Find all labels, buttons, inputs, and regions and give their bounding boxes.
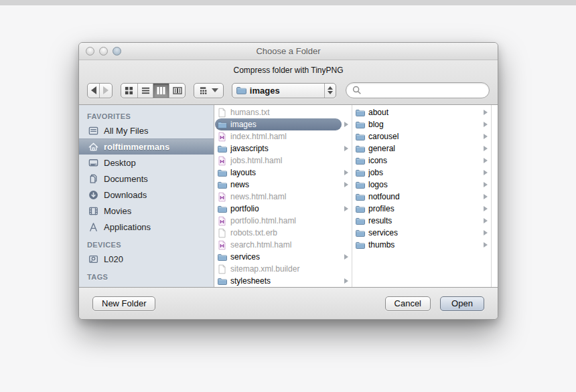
- sidebar-item-label: Movies: [104, 206, 131, 216]
- dropdown-caret-icon: [212, 88, 218, 92]
- folder-item-javascripts[interactable]: javascripts: [214, 142, 352, 155]
- dialog-subtitle: Compress folder with TinyPNG: [87, 66, 490, 75]
- dialog-footer: New Folder Cancel Open: [79, 288, 498, 319]
- movies-icon: [88, 205, 99, 217]
- sidebar-item-label: All My Files: [104, 126, 148, 136]
- forward-button[interactable]: [99, 84, 111, 98]
- view-mode-control: [121, 83, 186, 98]
- list-view-button[interactable]: [137, 84, 153, 98]
- close-button[interactable]: [86, 47, 94, 56]
- file-item-sitemap-xml-builder[interactable]: sitemap.xml.builder: [214, 263, 352, 275]
- window-titlebar: Choose a Folder: [79, 43, 498, 60]
- coverflow-view-button[interactable]: [169, 84, 185, 98]
- minimize-button[interactable]: [99, 47, 108, 56]
- item-name: search.html.haml: [230, 240, 348, 250]
- folder-item-jobs[interactable]: jobs: [352, 167, 491, 179]
- item-name: stylesheets: [230, 276, 342, 286]
- disclosure-arrow-icon: [344, 254, 348, 260]
- sidebar-item-all-my-files[interactable]: All My Files: [79, 122, 214, 138]
- item-name: images: [230, 120, 342, 129]
- disclosure-arrow-icon: [484, 218, 488, 223]
- coverflow-view-icon: [173, 86, 182, 95]
- sidebar-item-documents[interactable]: Documents: [79, 171, 214, 187]
- item-name: blog: [368, 120, 481, 129]
- disclosure-arrow-icon: [344, 122, 348, 127]
- file-item-index-html-haml[interactable]: index.html.haml: [214, 130, 352, 142]
- new-folder-button[interactable]: New Folder: [92, 296, 155, 311]
- folder-icon: [355, 132, 365, 142]
- folder-item-results[interactable]: results: [352, 215, 491, 227]
- column-view-button[interactable]: [153, 84, 169, 98]
- folder-item-icons[interactable]: icons: [352, 155, 491, 167]
- file-item-news-html-haml[interactable]: news.html.haml: [214, 191, 352, 203]
- zoom-button[interactable]: [113, 47, 121, 56]
- list-view-icon: [141, 86, 150, 95]
- choose-folder-dialog: Choose a Folder Compress folder with Tin…: [78, 42, 498, 320]
- folder-item-blog[interactable]: blog: [352, 118, 491, 130]
- sidebar-item-desktop[interactable]: Desktop: [79, 155, 214, 171]
- item-name: humans.txt: [230, 108, 348, 117]
- folder-item-services[interactable]: services: [214, 251, 352, 263]
- folder-item-notfound[interactable]: notfound: [352, 191, 491, 203]
- folder-item-about[interactable]: about: [352, 106, 491, 118]
- sidebar-item-downloads[interactable]: Downloads: [79, 187, 214, 203]
- file-item-humans-txt[interactable]: humans.txt: [214, 106, 352, 118]
- downloads-icon: [88, 189, 99, 201]
- haml-file-icon: [217, 132, 227, 142]
- folder-item-images[interactable]: images: [214, 118, 352, 130]
- item-name: layouts: [230, 168, 342, 177]
- file-item-jobs-html-haml[interactable]: jobs.html.haml: [214, 155, 352, 167]
- icon-view-button[interactable]: [121, 84, 137, 98]
- disk-icon: [88, 254, 99, 265]
- file-item-search-html-haml[interactable]: search.html.haml: [214, 239, 352, 251]
- search-input[interactable]: [365, 86, 483, 96]
- disclosure-arrow-icon: [484, 206, 488, 211]
- current-folder-label: images: [250, 86, 324, 96]
- back-button[interactable]: [88, 84, 99, 98]
- folder-icon: [355, 216, 365, 226]
- current-folder-popup[interactable]: images: [232, 83, 336, 98]
- window-title: Choose a Folder: [256, 46, 320, 56]
- folder-icon: [355, 144, 365, 154]
- folder-item-logos[interactable]: logos: [352, 179, 491, 191]
- sidebar-section-header-tags: TAGS: [79, 267, 214, 283]
- folder-item-carousel[interactable]: carousel: [352, 130, 491, 142]
- nav-buttons: [87, 83, 113, 98]
- folder-item-stylesheets[interactable]: stylesheets: [214, 275, 352, 287]
- file-item-robots-txt-erb[interactable]: robots.txt.erb: [214, 227, 352, 239]
- cancel-button[interactable]: Cancel: [385, 296, 431, 311]
- folder-item-services[interactable]: services: [352, 227, 491, 239]
- sidebar-item-l020[interactable]: L020: [79, 251, 214, 267]
- document-icon: [217, 228, 227, 238]
- sidebar-item-movies[interactable]: Movies: [79, 203, 214, 219]
- folder-icon: [355, 108, 365, 118]
- sidebar-item-rolftimmermans[interactable]: rolftimmermans: [79, 138, 214, 155]
- sidebar-item-label: Downloads: [104, 190, 147, 200]
- disclosure-arrow-icon: [484, 110, 488, 115]
- folder-icon: [217, 120, 227, 130]
- file-item-portfolio-html-haml[interactable]: portfolio.html.haml: [214, 215, 352, 227]
- sidebar-item-applications[interactable]: Applications: [79, 219, 214, 235]
- item-name: icons: [368, 156, 481, 165]
- folder-icon: [236, 85, 246, 96]
- document-icon: [217, 264, 227, 274]
- page-top-strip: [0, 0, 576, 5]
- folder-item-thumbs[interactable]: thumbs: [352, 239, 491, 251]
- disclosure-arrow-icon: [484, 170, 488, 175]
- forward-arrow-icon: [103, 86, 109, 94]
- folder-item-general[interactable]: general: [352, 142, 491, 155]
- folder-icon: [355, 204, 365, 214]
- folder-item-portfolio[interactable]: portfolio: [214, 203, 352, 215]
- home-icon: [88, 141, 99, 153]
- folder-item-layouts[interactable]: layouts: [214, 167, 352, 179]
- sidebar: FAVORITESAll My FilesrolftimmermansDeskt…: [79, 105, 214, 287]
- disclosure-arrow-icon: [484, 134, 488, 139]
- item-name: robots.txt.erb: [230, 228, 348, 237]
- haml-file-icon: [217, 240, 227, 250]
- folder-item-news[interactable]: news: [214, 179, 352, 191]
- haml-file-icon: [217, 192, 227, 202]
- folder-item-profiles[interactable]: profiles: [352, 203, 491, 215]
- open-button[interactable]: Open: [440, 296, 484, 311]
- disclosure-arrow-icon: [344, 170, 348, 175]
- arrange-menu-button[interactable]: [194, 83, 224, 98]
